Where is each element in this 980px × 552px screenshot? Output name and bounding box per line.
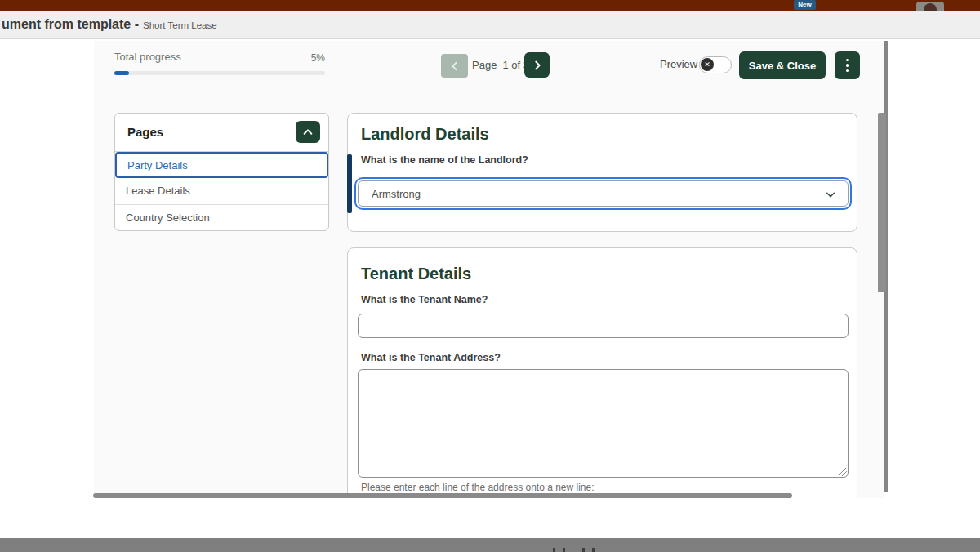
landlord-details-section: Landlord Details What is the name of the… (347, 113, 858, 232)
kebab-dot (846, 59, 849, 62)
horizontal-scrollbar-thumb[interactable] (93, 493, 792, 498)
pages-item-lease-details[interactable]: Lease Details (115, 178, 328, 204)
progress-bar (114, 71, 325, 75)
pages-header: Pages (115, 114, 328, 152)
page-indicator-label: Page (472, 59, 497, 71)
preview-toggle[interactable]: ✕ (699, 56, 732, 73)
vertical-scrollbar-thumb[interactable] (878, 113, 886, 292)
chevron-up-icon (302, 127, 314, 138)
tenant-heading: Tenant Details (361, 265, 471, 283)
tenant-name-input[interactable] (358, 314, 849, 338)
resize-handle-icon[interactable] (839, 468, 847, 476)
preview-label: Preview (660, 58, 697, 70)
progress-value: 5% (282, 52, 325, 64)
page-title-main: ument from template - (2, 17, 139, 31)
page-title: ument from template -Short Term Lease (2, 17, 217, 32)
tenant-address-question: What is the Tenant Address? (361, 352, 501, 363)
bottom-band (0, 538, 980, 552)
pages-item-country-selection[interactable]: Country Selection (115, 205, 328, 231)
pages-navigator: Pages Party Details Lease Details Countr… (114, 113, 329, 231)
save-close-button[interactable]: Save & Close (739, 51, 826, 79)
progress-label: Total progress (114, 51, 181, 63)
document-title-bar: ument from template -Short Term Lease (0, 11, 980, 39)
kebab-dot (846, 64, 849, 67)
pages-item-party-details[interactable]: Party Details (115, 152, 328, 178)
save-close-label: Save & Close (749, 60, 816, 72)
clipped-text-fragment (592, 548, 595, 552)
avatar-image (924, 3, 937, 11)
clipped-text-fragment (563, 548, 565, 552)
active-question-indicator (347, 154, 352, 213)
tenant-name-question: What is the Tenant Name? (361, 294, 488, 305)
tenant-address-textarea[interactable] (358, 369, 849, 478)
landlord-name-question: What is the name of the Landlord? (361, 154, 528, 166)
chevron-right-icon (532, 60, 543, 71)
more-options-button[interactable] (835, 51, 860, 79)
clipped-text-fragment (553, 548, 555, 552)
pages-title: Pages (127, 125, 163, 139)
landlord-name-select-value: Armstrong (372, 188, 421, 200)
toggle-off-icon: ✕ (701, 58, 714, 71)
next-page-button[interactable] (524, 52, 550, 78)
page-title-sub: Short Term Lease (143, 20, 217, 30)
questionnaire-panel: Total progress 5% Page1 of 3 Preview ✕ S… (94, 41, 884, 498)
collapse-pages-button[interactable] (296, 121, 320, 143)
kebab-dot (846, 69, 849, 73)
browser-top-bar: ··· New (0, 0, 980, 11)
page-indicator: Page1 of 3 (472, 59, 529, 71)
overflow-dots-icon: ··· (105, 5, 118, 10)
chevron-left-icon (449, 60, 461, 72)
new-badge: New (794, 0, 816, 10)
landlord-name-select[interactable]: Armstrong (358, 180, 849, 207)
clipped-text-fragment (582, 548, 585, 552)
progress-bar-fill (114, 71, 129, 75)
previous-page-button[interactable] (441, 54, 468, 78)
landlord-heading: Landlord Details (361, 125, 489, 144)
avatar[interactable] (916, 2, 944, 11)
chevron-down-icon (825, 189, 836, 200)
tenant-details-section: Tenant Details What is the Tenant Name? … (347, 247, 858, 498)
tenant-address-hint: Please enter each line of the address on… (361, 482, 595, 493)
